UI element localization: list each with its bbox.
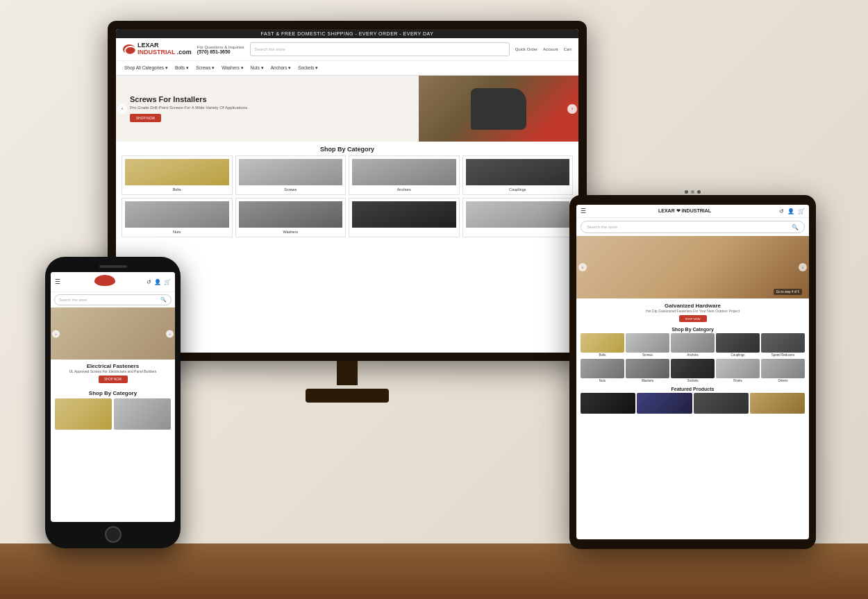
washers-image: [239, 201, 343, 228]
phone-action-icons: ↺ 👤 🛒: [147, 279, 171, 285]
hero-title: Screws For Installers: [130, 95, 405, 103]
contact-info: For Questions & Inquiries (570) 851-3650: [197, 45, 244, 54]
tablet-dots: [569, 187, 816, 195]
phone-quick-order-icon[interactable]: ↺: [147, 279, 151, 285]
cart-btn[interactable]: Cart: [564, 47, 571, 51]
nav-item-sockets[interactable]: Sockets ▾: [295, 64, 321, 72]
tablet-cat-screws[interactable]: Screws: [626, 333, 669, 357]
wood-table-surface: [0, 543, 868, 599]
hero-shop-now-btn[interactable]: SHOP NOW: [130, 114, 161, 122]
tablet-cat-couplings[interactable]: Couplings: [716, 333, 760, 357]
desktop-search-box[interactable]: Search the store: [250, 42, 510, 56]
category-couplings[interactable]: Couplings: [462, 155, 574, 195]
rivets-image: [466, 201, 570, 228]
tablet-cart-icon[interactable]: 🛒: [798, 208, 805, 214]
category-rivets[interactable]: [462, 198, 574, 237]
category-bolts[interactable]: Bolts: [122, 155, 233, 195]
screws-label: Screws: [284, 187, 297, 192]
tablet-washers-img: [626, 359, 669, 378]
tablet-search[interactable]: Search the store 🔍: [581, 221, 805, 233]
tablet-cat-drivers[interactable]: Drivers: [761, 359, 805, 382]
tablet-cat-anchors[interactable]: Anchors: [671, 333, 715, 357]
featured-item-1[interactable]: [581, 393, 635, 414]
tablet-screws-label: Screws: [642, 353, 653, 357]
tablet-search-icon[interactable]: 🔍: [792, 224, 799, 230]
desktop-categories-row1: Bolts Screws Anchors Couplings: [116, 155, 578, 198]
phone-logo-image: [94, 275, 115, 286]
tablet-hero-prev[interactable]: ‹: [578, 263, 587, 271]
nav-item-washers[interactable]: Washers ▾: [219, 64, 246, 72]
tablet-screen: ☰ LEXAR ❤ INDUSTRIAL ↺ 👤 🛒 Search the st…: [576, 205, 809, 539]
nav-item-anchors[interactable]: Anchors ▾: [268, 64, 294, 72]
dark-bolts-image: [352, 201, 456, 228]
featured-item-2[interactable]: [637, 393, 692, 414]
phone-account-icon[interactable]: 👤: [154, 279, 161, 285]
phone-menu-icon[interactable]: ☰: [55, 278, 60, 285]
tablet-quick-order-icon[interactable]: ↺: [779, 208, 784, 214]
category-nuts[interactable]: Nuts: [122, 198, 233, 237]
nav-item-bolts[interactable]: Bolts ▾: [172, 64, 192, 72]
tablet-speedred-img: [761, 333, 805, 353]
tablet-cat-sockets[interactable]: Sockets: [671, 359, 715, 382]
tablet-cat-washers[interactable]: Washers: [626, 359, 669, 382]
tablet: ☰ LEXAR ❤ INDUSTRIAL ↺ 👤 🛒 Search the st…: [569, 187, 816, 541]
tablet-screws-img: [626, 333, 669, 353]
phone-cat-screws[interactable]: [114, 398, 171, 430]
featured-item-3[interactable]: [694, 393, 749, 414]
tablet-cat-speedreducers[interactable]: Speed Reducers: [761, 333, 805, 357]
phone-cart-icon[interactable]: 🛒: [164, 279, 171, 285]
phone-electrical-section: Electrical Fasteners UL Approved Screws …: [51, 360, 175, 387]
tablet-frame: ☰ LEXAR ❤ INDUSTRIAL ↺ 👤 🛒 Search the st…: [569, 195, 816, 549]
screws-image: [239, 159, 343, 185]
tablet-menu-icon[interactable]: ☰: [581, 208, 586, 214]
nav-item-all[interactable]: Shop All Categories ▾: [122, 64, 171, 72]
tablet-hero-next[interactable]: ›: [799, 263, 807, 271]
phone-search-icon[interactable]: 🔍: [160, 297, 167, 303]
quick-order-btn[interactable]: Quick Order: [515, 47, 537, 51]
tablet-cat-rivets[interactable]: Rivets: [716, 359, 760, 382]
nav-item-screws[interactable]: Screws ▾: [193, 64, 217, 72]
hero-prev-btn[interactable]: ‹: [117, 104, 127, 114]
phone-cat-bolts[interactable]: [55, 398, 112, 430]
tablet-anchors-img: [671, 333, 715, 353]
phone-screen: ☰ ↺ 👤 🛒 Search the store 🔍 ‹ ›: [51, 272, 175, 522]
phone-hero-next[interactable]: ›: [166, 330, 174, 337]
shop-by-category-title: Shop By Category: [116, 142, 578, 155]
desktop-nav: Shop All Categories ▾ Bolts ▾ Screws ▾ W…: [116, 61, 578, 76]
tablet-featured-title: Featured Products: [576, 385, 809, 393]
phone-hero-prev[interactable]: ‹: [52, 330, 60, 337]
featured-item-4[interactable]: [750, 393, 805, 414]
galvanized-shop-now-btn[interactable]: SHOP NOW: [679, 315, 707, 322]
tablet-speedred-label: Speed Reducers: [771, 353, 795, 357]
tablet-shop-by-category: Shop By Category: [576, 326, 809, 333]
hero-next-btn[interactable]: ›: [567, 104, 577, 114]
account-btn[interactable]: Account: [543, 47, 558, 51]
tablet-hero: ‹ › Go to step 4 of 5: [576, 236, 809, 298]
tablet-account-icon[interactable]: 👤: [787, 208, 794, 214]
phone-shop-now-btn[interactable]: SHOP NOW: [99, 376, 128, 383]
mobile-phone: ☰ ↺ 👤 🛒 Search the store 🔍 ‹ ›: [45, 257, 181, 548]
tablet-cat-nuts[interactable]: Nuts: [581, 359, 624, 382]
phone-home-button[interactable]: [105, 526, 122, 543]
phone-search[interactable]: Search the store 🔍: [54, 294, 172, 305]
phone-elec-title: Electrical Fasteners: [56, 363, 169, 369]
tablet-cat-bolts[interactable]: Bolts: [581, 333, 624, 357]
category-washers[interactable]: Washers: [235, 198, 347, 237]
tablet-sockets-img: [671, 359, 715, 378]
category-anchors[interactable]: Anchors: [349, 155, 460, 195]
tablet-bolts-img: [581, 333, 624, 353]
tablet-couplings-label: Couplings: [731, 353, 744, 357]
category-dark-bolts[interactable]: [349, 198, 460, 237]
bolts-label: Bolts: [173, 187, 181, 192]
desktop-actions: Quick Order Account Cart: [515, 47, 571, 51]
tablet-icons: ↺ 👤 🛒: [779, 208, 805, 214]
couplings-label: Couplings: [509, 187, 526, 192]
drill-image: [471, 88, 526, 130]
category-screws[interactable]: Screws: [235, 155, 347, 195]
desktop-header: LEXARINDUSTRIAL .com For Questions & Inq…: [116, 38, 578, 61]
nav-item-nuts[interactable]: Nuts ▾: [248, 64, 267, 72]
hero-content: Screws For Installers Pro Grade Drill-Po…: [116, 76, 419, 142]
tablet-logo: LEXAR ❤ INDUSTRIAL: [590, 208, 779, 214]
anchors-label: Anchors: [397, 187, 411, 192]
tablet-cats-row2: Nuts Washers Sockets Rivets Drivers: [576, 359, 809, 385]
